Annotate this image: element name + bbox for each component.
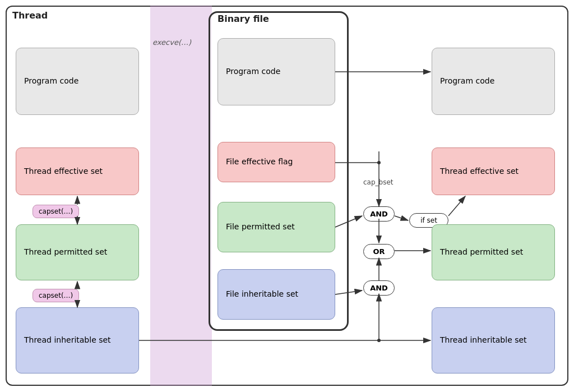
file-permitted-box: File permitted set (217, 202, 335, 252)
capset2-box: capset(…) (33, 289, 79, 302)
diagram-container: Thread execve(…) Binary file Program cod… (0, 0, 574, 392)
thread-effective-box: Thread effective set (16, 147, 139, 195)
thread-program-code-box: Program code (16, 48, 139, 115)
capset1-box: capset(…) (33, 205, 79, 218)
thread-inheritable-box: Thread inheritable set (16, 307, 139, 373)
right-effective-box: Thread effective set (432, 147, 555, 195)
file-inheritable-box: File inheritable set (217, 269, 335, 320)
thread-section-label: Thread (12, 10, 48, 21)
cap-bset-label: cap_bset (363, 178, 394, 186)
binary-file-label: Binary file (217, 13, 269, 24)
execve-column (150, 6, 212, 386)
execve-label: execve(…) (152, 38, 191, 47)
and1-box: AND (363, 206, 395, 222)
or1-box: OR (363, 244, 395, 259)
binary-program-code-box: Program code (217, 38, 335, 105)
and2-box: AND (363, 280, 395, 296)
thread-permitted-box: Thread permitted set (16, 224, 139, 280)
file-effective-flag-box: File effective flag (217, 142, 335, 182)
right-permitted-box: Thread permitted set (432, 224, 555, 280)
right-program-code-box: Program code (432, 48, 555, 115)
right-inheritable-box: Thread inheritable set (432, 307, 555, 373)
